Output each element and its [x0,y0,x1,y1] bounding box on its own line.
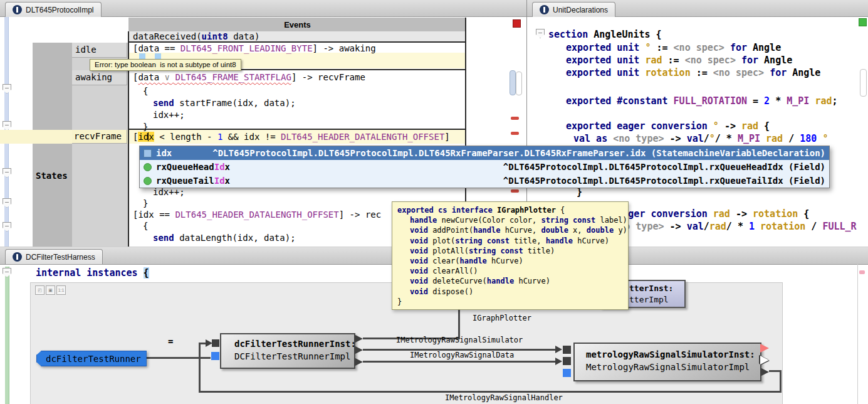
code-line[interactable]: idx++; [153,109,185,121]
completion-popup: idx ^DLT645ProtocolImpl.DLT645ProtocolIm… [139,146,830,188]
code-line[interactable]: exported unit ° := <no spec> for Angle [566,41,781,54]
connector-label-data: IMetrologyRawSignalData [410,351,514,359]
port-dark[interactable] [563,346,571,354]
zoom-one-to-one-icon[interactable]: 1:1 [56,285,66,295]
tooltip-code-line: void addPoint(handle hCurve, double x, d… [392,225,628,235]
tooltip-code-line: exported cs interface IGraphPlotter { [392,205,628,215]
out-port-triangle[interactable] [354,358,363,366]
port-dark[interactable] [563,357,571,365]
connector-line-data [363,361,556,363]
assign-operator: = [168,336,173,346]
connector-label-simulator: IMetrologyRawSignalSimulator [396,336,523,344]
code-line[interactable]: exported eager conversion ° -> rad { [566,120,770,132]
icon-glyph: ◰ [38,288,42,293]
tab-label: DCFilterTestHarness [26,253,95,262]
state-label-idle[interactable]: idle [72,43,127,58]
block-title: dcFilterTestRunnerInst: [234,339,356,349]
connector-arrow [555,358,562,365]
block-impl: DCFilterTestRunnerImpl [234,351,350,361]
code-line[interactable]: send dataLength(idx, data); [153,232,296,244]
completion-name: rxQueueHeadIdx [156,162,230,172]
code-line[interactable]: [data ∨ DLT645_FRAME_STARTFLAG] -> recvF… [133,72,365,83]
instance-field-label-wrap[interactable]: dcFilterTestRunner [36,351,147,366]
scrollbar-thumb-outline[interactable] [860,69,867,97]
scrollbar-thumb-outline[interactable] [516,72,522,95]
tooltip-code-line: void deleteCurve(handle hCurve) [392,276,628,286]
tab-dcfiltertestharness[interactable]: DCFilterTestHarness [5,249,103,264]
completion-item[interactable]: rxQueueTailIdx ^DLT645ProtocolImpl.DLT64… [140,174,829,188]
error-tooltip: Error: type boolean is not a subtype of … [90,59,241,71]
tab-dlt645protocolimpl[interactable]: DLT645ProtocolImpl [5,2,102,17]
runner-block[interactable]: dcFilterTestRunnerInst: DCFilterTestRunn… [220,333,355,369]
icon-glyph: ▣ [48,288,53,293]
state-label-awaking[interactable]: awaking [72,70,127,85]
instances-header[interactable]: internal instances { [36,267,149,279]
scrollbar-track-border [857,264,858,404]
tooltip-code-line: } [392,297,628,307]
out-port-triangle-white[interactable] [760,356,769,364]
code-line[interactable]: val as <no type> -> val/°/ * M_PI rad / … [573,132,828,145]
code-line[interactable]: [idx == DLT645_HEADER_DATALENGTH_OFFSET]… [133,209,381,221]
connector-label-plotter: IGraphPlotter [473,314,531,322]
field-icon [144,177,152,185]
error-stripe-marker[interactable] [511,132,519,135]
connector-label-handler: IMetrologyRawSignalHandler [445,393,563,402]
port-dark[interactable] [212,339,219,347]
port-blue[interactable] [211,352,219,360]
out-port-triangle[interactable] [760,368,769,376]
connector-line-handler [199,391,782,393]
completion-path: ^DLT645ProtocolImpl.DLT645ProtocolImpl.r… [503,162,825,172]
code-line[interactable]: exported unit rad := <no spec> for Angle [566,54,792,66]
code-line[interactable]: section AngleUnits { [548,28,662,41]
tooltip-code-line: void plot(string const title, handle hCu… [392,236,628,246]
error-stripe-marker[interactable] [511,189,519,193]
zoom-fit-icon[interactable]: ◰ [35,285,44,295]
port-blue[interactable] [563,369,571,377]
zoom-selection-icon[interactable]: ▣ [46,285,55,295]
code-line[interactable]: { [143,85,148,97]
connector-line [199,343,201,393]
interface-tooltip: exported cs interface IGraphPlotter { ha… [392,201,629,310]
simulator-block[interactable]: metrologyRawSignalSimulatorInst: Metrolo… [573,343,761,381]
ide-window: DLT645ProtocolImpl UnitDeclarations DCFi… [0,0,868,404]
code-line[interactable]: exported #constant FULL_ROTATION = 2 * M… [566,95,838,107]
tooltip-code-line: handle newCurve(Color color, string cons… [392,215,628,225]
scrollbar-thumb[interactable] [510,70,516,95]
out-port-triangle[interactable] [354,346,363,354]
variable-icon [144,149,152,157]
block-title-fragment: tterInst: [629,284,673,293]
error-stripe-marker[interactable] [511,117,519,120]
tooltip-code-line: void clear(handle hCurve) [392,256,628,266]
out-port-triangle-red[interactable] [760,344,769,353]
tooltip-code-line: void plotAll(string const title) [392,246,628,256]
code-line[interactable]: { [143,220,148,232]
completion-item[interactable]: rxQueueHeadIdx ^DLT645ProtocolImpl.DLT64… [140,160,829,174]
out-port-triangle[interactable] [354,334,363,343]
instance-field-label[interactable]: dcFilterTestRunner [36,351,147,366]
tab-unitdeclarations[interactable]: UnitDeclarations [532,2,615,17]
block-impl-fragment: tterImpl [629,295,669,304]
tooltip-code-line: void dispose() [392,287,628,297]
stripe-marker-pink[interactable] [859,270,865,274]
model-icon [13,5,22,14]
code-line[interactable]: send startFrame(idx, data); [153,97,296,109]
completion-name: idx [156,148,172,158]
code-line-cursor[interactable]: [idx < length - 1 && idx != DLT645_HEADE… [133,131,450,143]
model-icon [13,252,22,262]
tab-label: UnitDeclarations [553,6,608,14]
error-stripe-top-marker[interactable] [513,19,521,28]
completion-item-selected[interactable]: idx ^DLT645ProtocolImpl.DLT645ProtocolIm… [140,146,829,160]
block-impl: MetrologyRawSignalSimulatorImpl [586,362,750,372]
code-line[interactable]: exported unit rotation := <no spec> for … [566,66,820,79]
code-line[interactable]: [data == DLT645_FRONT_LEADING_BYTE] -> a… [133,43,376,55]
state-label-recvframe[interactable]: recvFrame [72,130,127,144]
tooltip-code-line: void clearAll() [392,266,628,276]
code-line[interactable]: } [143,198,148,210]
cell-border [128,129,466,130]
tab-label: DLT645ProtocolImpl [26,6,94,14]
block-title: metrologyRawSignalSimulatorInst: [586,349,755,359]
states-header: States [36,171,68,181]
field-icon [144,163,152,171]
completion-path: ^DLT645ProtocolImpl.DLT645ProtocolImpl.D… [212,148,825,158]
inspection-ok-marker[interactable] [859,18,867,26]
